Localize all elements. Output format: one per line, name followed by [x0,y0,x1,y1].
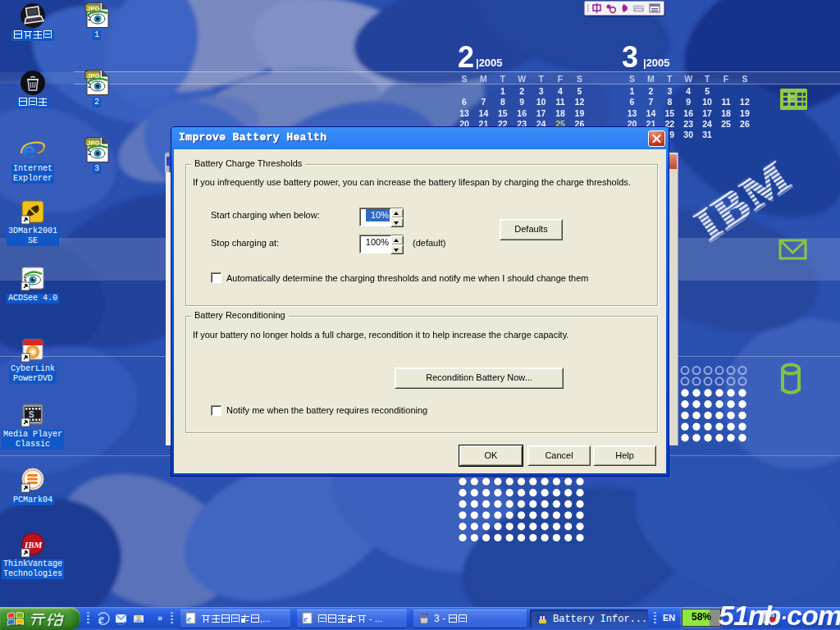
svg-text:15: 15 [664,108,674,118]
svg-text:10: 10 [702,97,712,107]
svg-text:S: S [629,74,635,84]
svg-text:»: » [158,613,162,623]
svg-text:|2005: |2005 [476,57,503,69]
svg-text:8: 8 [500,97,505,107]
svg-text:12: 12 [740,97,750,107]
svg-text:17: 17 [536,108,546,118]
svg-text:5: 5 [577,86,582,96]
svg-text:1: 1 [500,86,505,96]
svg-text:e: e [22,137,36,163]
svg-text:F: F [558,74,564,84]
svg-text:S: S [29,410,34,419]
svg-text:8: 8 [667,97,672,107]
svg-text:19: 19 [740,108,750,118]
svg-text:S: S [577,74,582,84]
svg-text:25: 25 [721,119,731,129]
svg-text:T: T [667,74,673,84]
svg-text:16: 16 [517,108,527,118]
svg-text:11: 11 [721,97,730,107]
svg-text:13: 13 [459,108,469,118]
svg-text:7: 7 [648,97,653,107]
svg-text:15: 15 [498,108,508,118]
svg-text:S: S [461,74,467,84]
svg-text:12: 12 [575,97,585,107]
svg-text:W: W [518,74,526,84]
svg-text:7: 7 [481,97,486,107]
svg-text:9: 9 [519,97,524,107]
svg-text:4: 4 [558,86,563,96]
svg-text:e: e [187,614,191,623]
svg-text:3: 3 [539,86,544,96]
svg-text:1: 1 [630,86,635,96]
svg-text:11: 11 [555,97,564,107]
svg-text:17: 17 [702,108,712,118]
svg-text:18: 18 [721,108,731,118]
svg-text:6: 6 [462,97,467,107]
svg-text:30: 30 [683,130,693,139]
svg-text:9: 9 [686,97,691,107]
svg-text:2: 2 [458,40,474,74]
svg-text:S: S [742,74,747,84]
svg-text:2: 2 [519,86,524,96]
svg-text:13: 13 [628,108,637,118]
svg-text:3: 3 [622,40,638,74]
svg-text:e: e [304,614,308,623]
svg-text:19: 19 [575,108,585,118]
svg-text:16: 16 [683,108,693,118]
svg-text:M: M [480,74,487,84]
svg-text:10: 10 [536,97,546,107]
svg-text:26: 26 [740,119,750,129]
svg-text:2: 2 [648,86,653,96]
svg-text:5: 5 [705,86,710,96]
svg-text:23: 23 [683,119,693,129]
svg-text:W: W [684,74,692,84]
svg-text:IBM: IBM [24,540,43,550]
svg-text:31: 31 [702,130,712,139]
svg-text:|2005: |2005 [643,57,670,69]
svg-text:6: 6 [630,97,635,107]
svg-text:18: 18 [555,108,565,118]
svg-text:T: T [705,74,710,84]
svg-text:3: 3 [667,86,672,96]
svg-text:4: 4 [686,86,691,96]
svg-text:M: M [647,74,655,84]
svg-text:F: F [724,74,729,84]
svg-text:T: T [500,74,506,84]
svg-text:14: 14 [479,108,489,118]
svg-text:24: 24 [702,119,712,129]
svg-text:14: 14 [646,108,656,118]
svg-text:T: T [538,74,544,84]
